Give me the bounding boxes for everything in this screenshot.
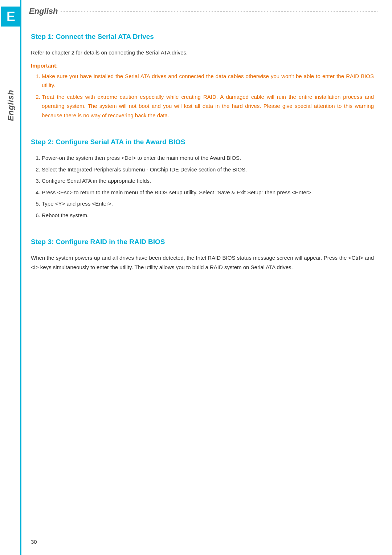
step3-body: When the system powers-up and all drives… xyxy=(31,253,374,272)
header-language-label: English xyxy=(29,7,58,16)
step2-heading: Step 2: Configure Serial ATA in the Awar… xyxy=(31,138,374,146)
letter-box: E xyxy=(1,7,21,27)
important-label: Important: xyxy=(31,62,374,69)
list-item: Configure Serial ATA in the appropriate … xyxy=(42,176,374,186)
step3-heading: Step 3: Configure RAID in the RAID BIOS xyxy=(31,238,374,246)
page-number: 30 xyxy=(31,539,37,545)
list-item: Treat the cables with extreme caution es… xyxy=(42,92,374,120)
letter-e: E xyxy=(7,9,15,24)
list-item: Make sure you have installed the Serial … xyxy=(42,72,374,90)
step3-section: Step 3: Configure RAID in the RAID BIOS … xyxy=(31,238,374,272)
list-item: Reboot the system. xyxy=(42,211,374,220)
top-header: English xyxy=(29,7,377,16)
blue-vertical-bar xyxy=(20,0,21,555)
step2-list: Power-on the system then press <Del> to … xyxy=(31,153,374,220)
step1-section: Step 1: Connect the Serial ATA Drives Re… xyxy=(31,33,374,120)
rotated-language-label: English xyxy=(6,90,16,121)
main-content: Step 1: Connect the Serial ATA Drives Re… xyxy=(31,29,374,298)
left-sidebar: E English xyxy=(0,0,22,555)
list-item: Type <Y> and press <Enter>. xyxy=(42,199,374,208)
step1-heading: Step 1: Connect the Serial ATA Drives xyxy=(31,33,374,41)
step2-section: Step 2: Configure Serial ATA in the Awar… xyxy=(31,138,374,220)
important-list: Make sure you have installed the Serial … xyxy=(31,72,374,120)
page-container: E English English Step 1: Connect the Se… xyxy=(0,0,392,555)
step1-intro: Refer to chapter 2 for details on connec… xyxy=(31,48,374,57)
list-item: Select the Integrated Peripherals submen… xyxy=(42,165,374,174)
header-dots-divider xyxy=(61,11,377,12)
rotated-label-container: English xyxy=(0,73,22,138)
list-item: Press <Esc> to return to the main menu o… xyxy=(42,188,374,197)
list-item: Power-on the system then press <Del> to … xyxy=(42,153,374,163)
